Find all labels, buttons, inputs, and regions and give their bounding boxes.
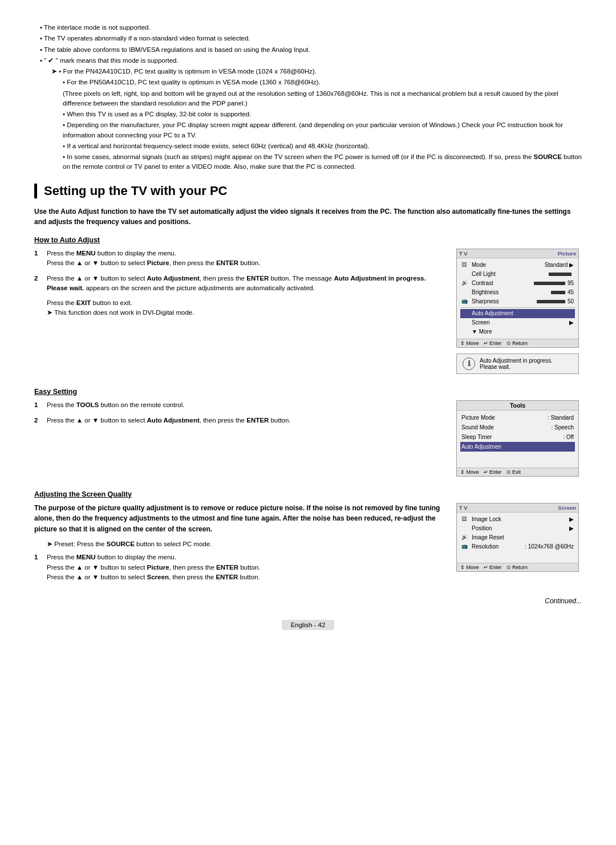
easy-step-2-num: 2 [34, 416, 42, 425]
menu-row-celllight: Cell Light [460, 270, 575, 279]
tools-enter: ↵ Enter [484, 469, 502, 475]
tools-row-sleep: Sleep Timer : Off [460, 432, 575, 442]
screen-label: Screen [472, 319, 551, 327]
picture-icon: 🖼 [461, 261, 472, 269]
tools-title: Tools [457, 401, 578, 411]
brightness-label: Brightness [472, 289, 551, 296]
celllight-label: Cell Light [472, 270, 549, 278]
how-to-auto-adjust-content: 1 Press the MENU button to display the m… [34, 249, 582, 380]
menu-row-contrast: 🔊 Contrast 95 [460, 279, 575, 288]
imagelock-label: Image Lock [472, 515, 569, 523]
menu-footer-1: ⇕ Move ↵ Enter ⊙ Return [457, 339, 578, 347]
adjusting-title: Adjusting the Screen Quality [34, 490, 582, 498]
sub-note-1: ➤ • For the PN42A410C1D, PC text quality… [51, 67, 582, 76]
page-footer-area: English - 42 [34, 611, 582, 630]
tools-exit: ⊙ Exit [506, 469, 521, 475]
adj-step-1: 1 Press the MENU button to display the m… [34, 552, 445, 582]
easy-step-2: 2 Press the ▲ or ▼ button to select Auto… [34, 416, 445, 425]
footer-return: ⊙ Return [506, 340, 528, 346]
step-2-num: 2 [34, 274, 42, 294]
menu-row-screen: Screen ▶ [460, 318, 575, 327]
screen-menu-col: T V Screen 🖼 Image Lock ▶ Position ▶ [456, 503, 582, 588]
tools-row-sound: Sound Mode : Speech [460, 422, 575, 432]
screen-channel-icon: 📺 [461, 543, 472, 550]
more-label: ▼ More [472, 328, 574, 336]
step-2-text: Press the ▲ or ▼ button to select Auto A… [47, 274, 445, 294]
sub-note-3: (Three pixels on left, right, top and bo… [63, 89, 582, 109]
popup-line1: Auto Adjustment in progress. [480, 358, 553, 364]
note-2: • The TV operates abnormally if a non-st… [40, 34, 582, 43]
step-1: 1 Press the MENU button to display the m… [34, 249, 445, 269]
menu-row-brightness: Brightness 45 [460, 288, 575, 297]
auto-adj-label: Auto Adjustment [472, 310, 574, 318]
popup-text: Auto Adjustment in progress. Please wait… [480, 358, 553, 370]
screen-arrow: ▶ [551, 319, 574, 327]
tools-body: Picture Mode : Standard Sound Mode : Spe… [457, 411, 578, 468]
picture-mode-val: : Standard [548, 413, 574, 422]
menu-sep-1 [460, 307, 575, 308]
sleep-timer-val: : Off [563, 433, 574, 441]
screen-sound-icon: 🔊 [461, 534, 472, 541]
sleep-timer-label: Sleep Timer [461, 433, 563, 441]
mode-value: Standard ▶ [545, 261, 574, 269]
screen-body: 🖼 Image Lock ▶ Position ▶ 🔊 Image Reset [457, 513, 578, 563]
imagelock-arrow: ▶ [569, 515, 574, 523]
brightness-val: 45 [551, 289, 574, 296]
screen-return: ⊙ Return [506, 564, 528, 570]
screen-footer: ⇕ Move ↵ Enter ⊙ Return [457, 563, 578, 571]
tools-menu: Tools Picture Mode : Standard Sound Mode… [456, 400, 579, 477]
screen-spacer [460, 551, 575, 560]
picture-menu-title: Picture [558, 250, 576, 257]
tools-menu-col: Tools Picture Mode : Standard Sound Mode… [456, 400, 582, 482]
easy-setting-content: 1 Press the TOOLS button on the remote c… [34, 400, 582, 482]
sub-note-6: • If a vertical and horizontal frequency… [63, 141, 582, 151]
adjusting-content: The purpose of the picture quality adjus… [34, 503, 582, 588]
position-label: Position [472, 525, 569, 533]
tools-spacer [460, 452, 575, 465]
sub-note-7: • In some cases, abnormal signals (such … [63, 152, 582, 172]
note-1: • The interlace mode is not supported. [40, 23, 582, 32]
sub-note-5: • Depending on the manufacturer, your PC… [63, 120, 582, 140]
imagereset-label: Image Reset [472, 534, 574, 542]
channel-icon: 📺 [461, 298, 472, 305]
sound-mode-label: Sound Mode [461, 423, 552, 432]
intro-text: Use the Auto Adjust function to have the… [34, 208, 571, 226]
resolution-val: : 1024x768 @60Hz [525, 543, 574, 551]
celllight-bar [549, 270, 574, 278]
menu-row-more: ▼ More [460, 327, 575, 336]
adjusting-text: The purpose of the picture quality adjus… [34, 503, 445, 588]
popup-icon: ℹ [463, 358, 475, 370]
screen-enter: ↵ Enter [484, 564, 502, 570]
footer-move: ⇕ Move [460, 340, 479, 346]
auto-adj-tools-label: Auto Adjustmen [461, 442, 574, 451]
auto-adj-popup: ℹ Auto Adjustment in progress. Please wa… [456, 354, 579, 374]
screen-tv-menu: T V Screen 🖼 Image Lock ▶ Position ▶ [456, 503, 579, 572]
menu-row-mode: 🖼 Mode Standard ▶ [460, 261, 575, 270]
screen-row-imagereset: 🔊 Image Reset [460, 533, 575, 542]
top-notes: • The interlace mode is not supported. •… [34, 23, 582, 172]
screen-menu-title-label: Screen [558, 505, 576, 511]
sub-note-2: • For the PN50A410C1D, PC text quality i… [63, 78, 582, 87]
menu-row-auto-adj: Auto Adjustment [460, 309, 575, 318]
tip-dvi: ➤ This function does not work in DVI-Dig… [47, 308, 445, 316]
easy-setting-text: 1 Press the TOOLS button on the remote c… [34, 400, 445, 482]
page-footer: English - 42 [282, 620, 335, 630]
adj-step-1-text: Press the MENU button to display the men… [47, 552, 445, 582]
easy-step-2-text: Press the ▲ or ▼ button to select Auto A… [47, 416, 445, 425]
preset-note: ➤ Preset: Press the SOURCE button to sel… [47, 540, 445, 548]
sound-mode-val: : Speech [552, 423, 574, 432]
contrast-val: 95 [534, 279, 574, 287]
section-title: Setting up the TV with your PC [44, 184, 582, 198]
easy-step-1-text: Press the TOOLS button on the remote con… [47, 400, 445, 410]
step-2: 2 Press the ▲ or ▼ button to select Auto… [34, 274, 445, 294]
sharpness-label: Sharpness [472, 298, 537, 306]
mode-label: Mode [472, 261, 545, 269]
picture-menu-col: T V Picture 🖼 Mode Standard ▶ Cell Light… [456, 249, 582, 380]
section-header: Setting up the TV with your PC [34, 184, 582, 198]
tools-row-picture: Picture Mode : Standard [460, 413, 575, 422]
how-to-auto-adjust-title: How to Auto Adjust [34, 236, 582, 244]
note-4: • " ✔ " mark means that this mode is sup… [40, 56, 582, 66]
screen-row-position: Position ▶ [460, 524, 575, 533]
easy-setting-title: Easy Setting [34, 388, 582, 396]
continued-text: Continued... [34, 597, 582, 605]
